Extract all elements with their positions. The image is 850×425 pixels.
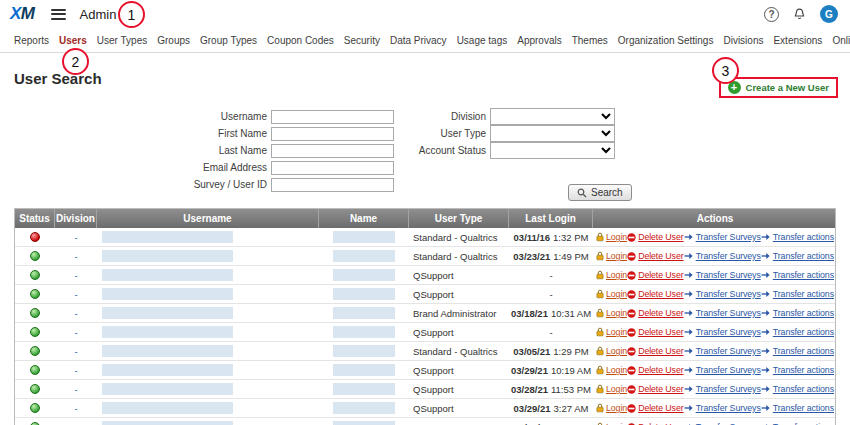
transfer-actions-action[interactable]: Transfer actions [761,308,834,318]
transfer-actions-link[interactable]: Transfer actions [773,308,834,318]
division-cell[interactable]: - [55,266,97,284]
login-action[interactable]: Login [596,251,627,261]
transfer-surveys-action[interactable]: Transfer Surveys [684,270,761,280]
transfer-surveys-link[interactable]: Transfer Surveys [696,289,761,299]
division-cell[interactable]: - [55,247,97,265]
transfer-actions-link[interactable]: Transfer actions [773,289,834,299]
login-action[interactable]: Login [596,365,627,375]
division-select[interactable] [490,108,615,125]
transfer-actions-action[interactable]: Transfer actions [761,346,834,356]
delete-user-link[interactable]: Delete User [638,232,683,242]
transfer-surveys-action[interactable]: Transfer Surveys [684,232,761,242]
login-link[interactable]: Login [606,327,627,337]
transfer-actions-link[interactable]: Transfer actions [773,365,834,375]
transfer-surveys-link[interactable]: Transfer Surveys [696,251,761,261]
user-type-select[interactable] [490,125,615,142]
tab-group-types[interactable]: Group Types [200,35,257,46]
transfer-surveys-action[interactable]: Transfer Surveys [684,346,761,356]
delete-user-action[interactable]: Delete User [627,251,683,261]
division-cell[interactable]: - [55,380,97,398]
division-cell[interactable]: - [55,342,97,360]
tab-data-privacy[interactable]: Data Privacy [390,35,447,46]
transfer-surveys-link[interactable]: Transfer Surveys [696,327,761,337]
tab-divisions[interactable]: Divisions [723,35,763,46]
delete-user-link[interactable]: Delete User [638,327,683,337]
delete-user-link[interactable]: Delete User [638,346,683,356]
transfer-actions-link[interactable]: Transfer actions [773,403,834,413]
transfer-surveys-action[interactable]: Transfer Surveys [684,308,761,318]
help-icon[interactable]: ? [764,7,779,22]
delete-user-link[interactable]: Delete User [638,403,683,413]
division-cell[interactable]: - [55,304,97,322]
login-action[interactable]: Login [596,346,627,356]
login-action[interactable]: Login [596,289,627,299]
tab-users[interactable]: Users [59,35,87,46]
login-link[interactable]: Login [606,251,627,261]
delete-user-link[interactable]: Delete User [638,289,683,299]
delete-user-action[interactable]: Delete User [627,232,683,242]
transfer-actions-action[interactable]: Transfer actions [761,365,834,375]
login-link[interactable]: Login [606,232,627,242]
hamburger-menu-icon[interactable] [51,9,66,20]
notifications-bell-icon[interactable] [792,7,807,22]
transfer-actions-action[interactable]: Transfer actions [761,289,834,299]
delete-user-action[interactable]: Delete User [627,403,683,413]
login-action[interactable]: Login [596,327,627,337]
transfer-actions-action[interactable]: Transfer actions [761,232,834,242]
login-action[interactable]: Login [596,308,627,318]
transfer-surveys-action[interactable]: Transfer Surveys [684,403,761,413]
delete-user-link[interactable]: Delete User [638,384,683,394]
transfer-actions-link[interactable]: Transfer actions [773,346,834,356]
transfer-actions-link[interactable]: Transfer actions [773,232,834,242]
transfer-surveys-action[interactable]: Transfer Surveys [684,384,761,394]
tab-online[interactable]: Online [832,35,850,46]
transfer-surveys-action[interactable]: Transfer Surveys [684,289,761,299]
login-link[interactable]: Login [606,308,627,318]
division-cell[interactable]: - [55,361,97,379]
delete-user-action[interactable]: Delete User [627,289,683,299]
login-link[interactable]: Login [606,403,627,413]
login-action[interactable]: Login [596,403,627,413]
transfer-actions-action[interactable]: Transfer actions [761,327,834,337]
login-link[interactable]: Login [606,289,627,299]
transfer-actions-action[interactable]: Transfer actions [761,384,834,394]
transfer-surveys-link[interactable]: Transfer Surveys [696,365,761,375]
login-action[interactable]: Login [596,232,627,242]
transfer-surveys-link[interactable]: Transfer Surveys [696,308,761,318]
login-action[interactable]: Login [596,384,627,394]
transfer-actions-link[interactable]: Transfer actions [773,251,834,261]
tab-extensions[interactable]: Extensions [773,35,822,46]
transfer-actions-link[interactable]: Transfer actions [773,327,834,337]
division-cell[interactable]: - [55,228,97,246]
delete-user-action[interactable]: Delete User [627,346,683,356]
delete-user-action[interactable]: Delete User [627,270,683,280]
login-link[interactable]: Login [606,346,627,356]
transfer-actions-link[interactable]: Transfer actions [773,384,834,394]
tab-approvals[interactable]: Approvals [517,35,561,46]
delete-user-action[interactable]: Delete User [627,384,683,394]
survey-user-id-input[interactable] [271,178,394,192]
tab-themes[interactable]: Themes [572,35,608,46]
tab-security[interactable]: Security [344,35,380,46]
tab-coupon-codes[interactable]: Coupon Codes [267,35,334,46]
tab-reports[interactable]: Reports [14,35,49,46]
transfer-surveys-action[interactable]: Transfer Surveys [684,327,761,337]
delete-user-action[interactable]: Delete User [627,365,683,375]
division-cell[interactable]: - [55,285,97,303]
tab-usage-tags[interactable]: Usage tags [457,35,508,46]
delete-user-action[interactable]: Delete User [627,327,683,337]
login-action[interactable]: Login [596,270,627,280]
transfer-surveys-action[interactable]: Transfer Surveys [684,365,761,375]
transfer-surveys-link[interactable]: Transfer Surveys [696,346,761,356]
division-cell[interactable]: - [55,418,97,425]
delete-user-action[interactable]: Delete User [627,308,683,318]
division-cell[interactable]: - [55,399,97,417]
delete-user-link[interactable]: Delete User [638,365,683,375]
transfer-surveys-link[interactable]: Transfer Surveys [696,384,761,394]
transfer-actions-link[interactable]: Transfer actions [773,270,834,280]
division-cell[interactable]: - [55,323,97,341]
account-status-select[interactable] [490,142,615,159]
tab-user-types[interactable]: User Types [97,35,147,46]
transfer-actions-action[interactable]: Transfer actions [761,270,834,280]
tab-groups[interactable]: Groups [157,35,190,46]
